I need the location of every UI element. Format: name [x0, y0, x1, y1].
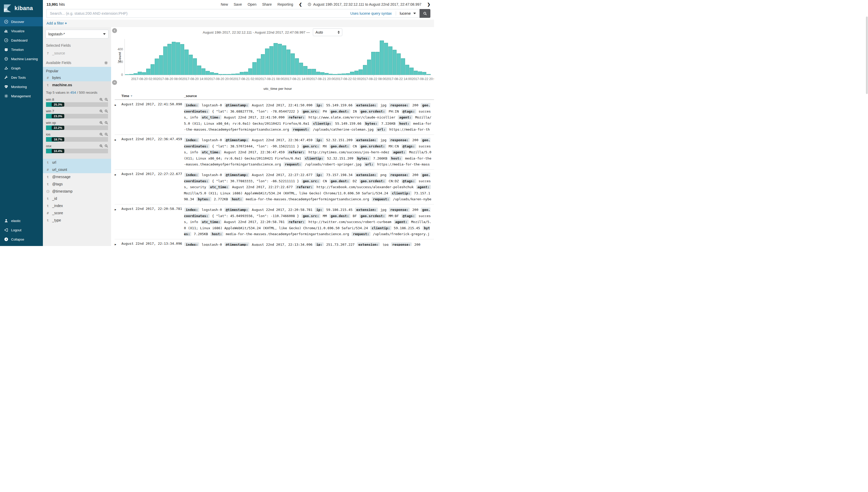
histogram-bar[interactable]: [414, 71, 418, 75]
filter-out-value-zoom-out-icon[interactable]: [104, 133, 108, 136]
collapse-chart-chevron-up-icon[interactable]: [112, 80, 117, 85]
time-step-back-icon[interactable]: ❮: [299, 2, 302, 7]
histogram-bar[interactable]: [376, 52, 379, 75]
histogram-bar[interactable]: [278, 44, 282, 75]
histogram-bar[interactable]: [325, 73, 329, 75]
field--source[interactable]: ? _source: [43, 50, 111, 57]
records-link[interactable]: 454: [70, 91, 76, 95]
add-filter-button[interactable]: Add a filter +: [43, 20, 434, 27]
histogram-bar[interactable]: [422, 72, 426, 75]
filter-for-value-zoom-in-icon[interactable]: [99, 133, 103, 136]
filter-for-value-zoom-in-icon[interactable]: [99, 109, 103, 113]
histogram-bar[interactable]: [286, 50, 290, 75]
histogram-bar[interactable]: [146, 69, 150, 75]
histogram-bar[interactable]: [142, 72, 146, 75]
histogram-bar[interactable]: [235, 74, 239, 75]
histogram-bar[interactable]: [350, 72, 354, 75]
histogram-bar[interactable]: [138, 72, 142, 75]
menu-new[interactable]: New: [221, 2, 228, 6]
field--timestamp[interactable]: @timestamp: [43, 188, 111, 195]
histogram-bar[interactable]: [180, 44, 184, 75]
field-bytes[interactable]: # bytes: [43, 74, 111, 81]
histogram-bar[interactable]: [282, 45, 286, 75]
histogram-bar[interactable]: [248, 68, 252, 75]
histogram-bar[interactable]: [269, 46, 273, 75]
histogram-bar[interactable]: [252, 62, 256, 75]
sidebar-item-monitoring[interactable]: Monitoring: [0, 82, 43, 91]
sidebar-item-timelion[interactable]: Timelion: [0, 45, 43, 54]
histogram-bar[interactable]: [210, 72, 214, 75]
histogram-bar[interactable]: [380, 41, 384, 75]
histogram-bar[interactable]: [320, 72, 324, 75]
field-machine-os[interactable]: t machine.os: [43, 81, 111, 89]
sidebar-item-graph[interactable]: Graph: [0, 64, 43, 73]
expand-row-caret-icon[interactable]: ▶: [115, 207, 121, 237]
sidebar-item-logout[interactable]: Logout: [0, 225, 43, 235]
interval-select[interactable]: Auto: [313, 28, 342, 36]
expand-row-caret-icon[interactable]: ▶: [115, 172, 121, 202]
field-settings-gear-icon[interactable]: [104, 61, 108, 65]
sidebar-item-elastic[interactable]: elastic: [0, 216, 43, 225]
histogram-bar[interactable]: [290, 53, 295, 75]
sidebar-item-collapse[interactable]: Collapse: [0, 235, 43, 244]
histogram-bar[interactable]: [312, 69, 316, 75]
histogram-bar[interactable]: [193, 58, 197, 75]
field--score[interactable]: # _score: [43, 210, 111, 217]
brand[interactable]: kibana: [0, 0, 43, 17]
field--index[interactable]: t _index: [43, 202, 111, 210]
histogram-bar[interactable]: [363, 65, 367, 75]
time-step-forward-icon[interactable]: ❯: [427, 2, 430, 7]
histogram-bar[interactable]: [125, 74, 129, 75]
histogram-bar[interactable]: [159, 55, 163, 75]
expand-row-caret-icon[interactable]: ▶: [115, 137, 121, 168]
sidebar-item-dev-tools[interactable]: Dev Tools: [0, 73, 43, 82]
histogram-bar[interactable]: [172, 42, 176, 75]
histogram-bar[interactable]: [231, 74, 235, 75]
field--tags[interactable]: t @tags: [43, 180, 111, 188]
histogram-bar[interactable]: [354, 71, 358, 75]
expand-row-caret-icon[interactable]: ▶: [115, 102, 121, 133]
filter-for-value-zoom-in-icon[interactable]: [99, 144, 103, 148]
menu-open[interactable]: Open: [248, 2, 256, 6]
histogram-bar[interactable]: [316, 72, 320, 75]
histogram-bar[interactable]: [329, 74, 333, 75]
histogram-bar[interactable]: [337, 74, 341, 75]
field-url-count[interactable]: # url_count: [43, 166, 111, 173]
histogram-bar[interactable]: [176, 42, 180, 75]
histogram-bar[interactable]: [202, 68, 205, 75]
index-pattern-select[interactable]: logstash-*: [45, 30, 109, 39]
search-button[interactable]: [420, 9, 430, 18]
histogram-bar[interactable]: [197, 66, 201, 75]
histogram-bar[interactable]: [405, 65, 409, 75]
histogram-bar[interactable]: [303, 66, 307, 75]
histogram-bar[interactable]: [206, 71, 210, 75]
field--message[interactable]: t @message: [43, 173, 111, 180]
search-input[interactable]: [47, 11, 346, 16]
histogram-bar[interactable]: [184, 50, 188, 75]
histogram-bar[interactable]: [409, 68, 413, 75]
sidebar-item-machine-learning[interactable]: Machine Learning: [0, 54, 43, 64]
histogram-bar[interactable]: [367, 59, 371, 75]
histogram-bar[interactable]: [384, 43, 388, 75]
expand-row-caret-icon[interactable]: ▶: [115, 242, 121, 246]
time-picker[interactable]: August 19th 2017, 22:32:12.111 to August…: [308, 2, 421, 6]
sidebar-item-management[interactable]: Management: [0, 91, 43, 101]
histogram-bar[interactable]: [393, 50, 397, 75]
histogram-bar[interactable]: [240, 72, 243, 75]
histogram-bar[interactable]: [418, 72, 422, 75]
histogram-bar[interactable]: [426, 74, 430, 75]
histogram-bar[interactable]: [308, 69, 311, 75]
filter-for-value-zoom-in-icon[interactable]: [99, 98, 103, 101]
histogram-bar[interactable]: [134, 73, 137, 75]
query-language-select[interactable]: lucene: [396, 11, 420, 16]
histogram-bar[interactable]: [189, 55, 193, 75]
histogram-bar[interactable]: [333, 74, 337, 75]
histogram-bar[interactable]: [150, 64, 155, 75]
histogram-bar[interactable]: [223, 74, 227, 75]
sidebar-item-discover[interactable]: Discover: [0, 17, 43, 26]
histogram-bar[interactable]: [163, 47, 167, 75]
histogram-bar[interactable]: [274, 43, 278, 75]
histogram-bar[interactable]: [342, 74, 345, 75]
histogram-bar[interactable]: [295, 58, 299, 75]
field--type[interactable]: t _type: [43, 217, 111, 224]
